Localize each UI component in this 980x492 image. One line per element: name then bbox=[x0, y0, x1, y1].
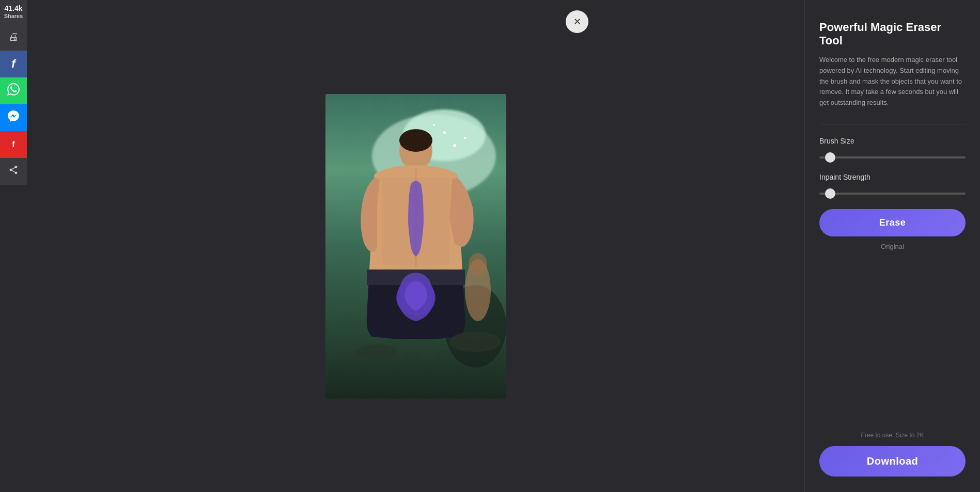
share-label: Shares bbox=[2, 13, 25, 20]
divider-1 bbox=[819, 124, 966, 124]
flipboard-icon: f bbox=[12, 140, 14, 149]
svg-point-9 bbox=[433, 124, 435, 126]
brush-size-slider[interactable] bbox=[819, 156, 966, 158]
share-number: 41.4k bbox=[2, 4, 25, 13]
svg-point-12 bbox=[399, 129, 432, 152]
close-button-2[interactable]: ✕ bbox=[566, 10, 588, 33]
original-label: Original bbox=[819, 243, 966, 250]
print-icon: 🖨 bbox=[8, 31, 19, 43]
close-x-icon: ✕ bbox=[573, 16, 581, 27]
svg-point-19 bbox=[449, 331, 501, 352]
panel-title: Powerful Magic Eraser Tool bbox=[819, 21, 966, 47]
bottom-section: Free to use. Size to 2K Download bbox=[819, 432, 966, 477]
whatsapp-icon bbox=[7, 83, 20, 98]
main-canvas-area bbox=[27, 0, 804, 492]
right-panel: Powerful Magic Eraser Tool Welcome to th… bbox=[804, 0, 980, 492]
share-count-block: 41.4k Shares bbox=[0, 0, 27, 24]
download-button[interactable]: Download bbox=[819, 446, 966, 477]
panel-description: Welcome to the free modern magic eraser … bbox=[819, 55, 966, 108]
svg-point-8 bbox=[463, 136, 466, 139]
inpaint-strength-slider[interactable] bbox=[819, 193, 966, 195]
share-more-button[interactable] bbox=[0, 158, 27, 185]
canvas-wrapper[interactable] bbox=[325, 94, 506, 399]
messenger-icon bbox=[8, 110, 19, 124]
erase-button[interactable]: Erase bbox=[819, 209, 966, 236]
svg-point-6 bbox=[453, 144, 456, 147]
facebook-icon: f bbox=[11, 57, 15, 71]
whatsapp-button[interactable] bbox=[0, 77, 27, 104]
share-more-icon bbox=[8, 165, 19, 178]
photo-canvas[interactable] bbox=[325, 94, 506, 399]
drawing-overlay[interactable] bbox=[325, 94, 506, 399]
sidebar: 41.4k Shares 🖨 f f bbox=[0, 0, 27, 492]
print-button[interactable]: 🖨 bbox=[0, 24, 27, 51]
flipboard-button[interactable]: f bbox=[0, 131, 27, 158]
messenger-button[interactable] bbox=[0, 104, 27, 131]
brush-size-control: Brush Size bbox=[819, 137, 966, 161]
brush-size-label: Brush Size bbox=[819, 137, 966, 145]
inpaint-strength-label: Inpaint Strength bbox=[819, 173, 966, 181]
facebook-button[interactable]: f bbox=[0, 51, 27, 77]
free-label: Free to use. Size to 2K bbox=[819, 432, 966, 439]
svg-point-20 bbox=[356, 344, 398, 360]
svg-point-4 bbox=[443, 131, 446, 134]
inpaint-strength-control: Inpaint Strength bbox=[819, 173, 966, 197]
svg-point-18 bbox=[469, 253, 487, 276]
